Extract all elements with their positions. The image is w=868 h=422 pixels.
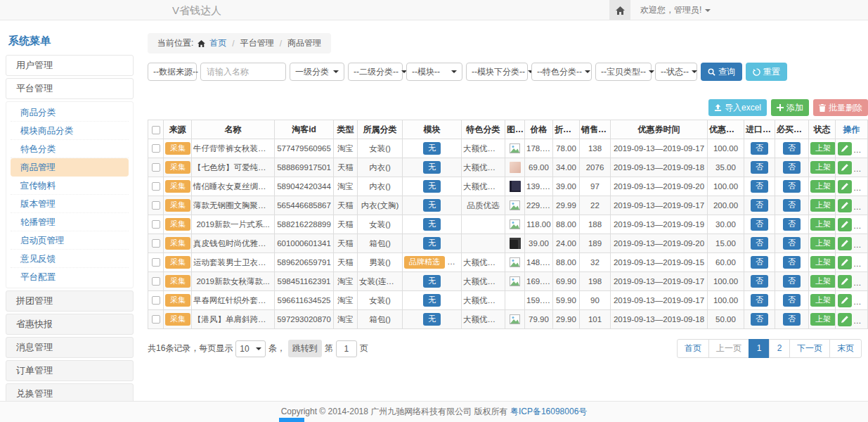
sidebar-group[interactable]: 订单管理 <box>6 360 134 381</box>
row-checkbox[interactable] <box>152 296 160 305</box>
must-buy-toggle[interactable]: 否 <box>783 161 801 173</box>
sidebar-subitem[interactable]: 意见反馈 <box>11 250 129 268</box>
page-button[interactable]: 首页 <box>677 339 709 358</box>
status-badge[interactable]: 上架 <box>810 180 836 192</box>
page-button[interactable]: 末页 <box>829 339 862 358</box>
filter-select[interactable]: --模块-- <box>406 63 462 81</box>
imported-toggle[interactable]: 否 <box>751 313 768 325</box>
edit-button[interactable] <box>838 199 852 212</box>
user-menu[interactable]: 欢迎您，管理员! <box>630 0 711 20</box>
sidebar-subitem[interactable]: 特色分类 <box>11 140 129 158</box>
status-badge[interactable]: 上架 <box>810 294 836 306</box>
edit-button[interactable] <box>838 142 852 155</box>
row-checkbox[interactable] <box>152 315 160 324</box>
row-checkbox[interactable] <box>152 220 160 229</box>
imported-toggle[interactable]: 否 <box>751 294 768 306</box>
row-checkbox[interactable] <box>152 201 160 210</box>
filter-select[interactable]: --宝贝类型-- <box>595 63 652 81</box>
icp-link[interactable]: 粤ICP备16098006号 <box>510 406 587 418</box>
imported-toggle[interactable]: 否 <box>751 275 768 287</box>
filter-select[interactable]: --数据来源-- <box>148 63 197 81</box>
must-buy-toggle[interactable]: 否 <box>783 256 801 268</box>
edit-button[interactable] <box>838 275 852 288</box>
must-buy-toggle[interactable]: 否 <box>783 294 801 306</box>
sales-count: 198 <box>580 272 611 291</box>
imported-toggle[interactable]: 否 <box>751 256 768 268</box>
sidebar-subitem[interactable]: 启动页管理 <box>11 231 129 250</box>
sidebar-subitem[interactable]: 商品管理 <box>11 158 129 177</box>
imported-toggle[interactable]: 否 <box>751 161 768 173</box>
must-buy-toggle[interactable]: 否 <box>783 199 801 211</box>
edit-button[interactable] <box>838 256 852 269</box>
sidebar-group[interactable]: 平台管理 <box>6 78 134 99</box>
status-badge[interactable]: 上架 <box>810 237 836 249</box>
filter-select[interactable]: --二级分类-- <box>348 63 403 81</box>
page-button[interactable]: 上一页 <box>708 339 749 358</box>
sidebar-group[interactable]: 用户管理 <box>6 55 134 76</box>
sidebar-group[interactable]: 拼团管理 <box>6 290 134 312</box>
filter-select[interactable]: 一级分类 <box>290 63 344 81</box>
chevron-down-icon <box>705 9 711 12</box>
import-excel-button[interactable]: 导入excel <box>708 99 767 116</box>
imported-toggle[interactable]: 否 <box>751 142 768 154</box>
filter-select[interactable]: --特色分类-- <box>531 63 592 81</box>
name-search-input[interactable] <box>200 63 286 81</box>
page-button[interactable]: 2 <box>769 339 790 358</box>
sidebar-subitem[interactable]: 宣传物料 <box>11 177 129 195</box>
add-button[interactable]: 添加 <box>771 99 809 116</box>
select-all-checkbox[interactable] <box>152 126 160 134</box>
status-badge[interactable]: 上架 <box>810 218 836 230</box>
per-page-select[interactable]: 10 <box>235 340 265 357</box>
must-buy-toggle[interactable]: 否 <box>783 275 801 287</box>
edit-button[interactable] <box>838 161 852 174</box>
status-badge[interactable]: 上架 <box>810 142 836 154</box>
sidebar-subitem[interactable]: 版本管理 <box>11 195 129 213</box>
edit-button[interactable] <box>838 294 852 307</box>
imported-toggle[interactable]: 否 <box>751 180 768 192</box>
row-checkbox[interactable] <box>152 182 160 191</box>
row-checkbox[interactable] <box>152 239 160 248</box>
status-badge[interactable]: 上架 <box>810 313 836 325</box>
row-checkbox[interactable] <box>152 144 160 153</box>
filter-select[interactable]: --状态-- <box>655 63 697 81</box>
breadcrumb-item: 商品管理 <box>287 37 321 49</box>
jump-button[interactable]: 跳转到 <box>288 340 322 357</box>
batch-delete-button[interactable]: 批量删除 <box>813 99 868 116</box>
status-badge[interactable]: 上架 <box>810 199 836 211</box>
breadcrumb-home-link[interactable]: 首页 <box>209 37 226 49</box>
sidebar-subitem[interactable]: 商品分类 <box>11 103 129 122</box>
status-badge[interactable]: 上架 <box>810 256 836 268</box>
page-button[interactable]: 1 <box>749 339 770 358</box>
edit-button[interactable] <box>838 180 852 193</box>
edit-button[interactable] <box>838 218 852 231</box>
sidebar-group[interactable]: 消息管理 <box>6 337 134 358</box>
edit-button[interactable] <box>838 237 852 250</box>
sidebar-subitem[interactable]: 轮播管理 <box>11 213 129 231</box>
sidebar-subitem[interactable]: 平台配置 <box>11 268 129 286</box>
imported-toggle[interactable]: 否 <box>751 218 768 230</box>
status-badge[interactable]: 上架 <box>810 275 836 287</box>
taoke-id: 589042420344 <box>275 177 334 196</box>
search-button[interactable]: 查询 <box>701 63 742 81</box>
must-buy-toggle[interactable]: 否 <box>783 180 801 192</box>
imported-toggle[interactable]: 否 <box>751 199 768 211</box>
sidebar-subitem[interactable]: 模块商品分类 <box>11 122 129 140</box>
must-buy-toggle[interactable]: 否 <box>783 313 801 325</box>
must-buy-toggle[interactable]: 否 <box>783 237 801 249</box>
filter-select[interactable]: --模块下分类-- <box>466 63 528 81</box>
must-buy-toggle[interactable]: 否 <box>783 218 801 230</box>
feature-category: 大额优惠券 <box>462 158 505 177</box>
row-checkbox[interactable] <box>152 258 160 267</box>
imported-toggle[interactable]: 否 <box>751 237 768 249</box>
coupon-time: 2019-09-13—2019-09-19 <box>611 215 708 234</box>
status-badge[interactable]: 上架 <box>810 161 836 173</box>
home-button[interactable] <box>609 0 630 20</box>
row-checkbox[interactable] <box>152 163 160 172</box>
must-buy-toggle[interactable]: 否 <box>783 142 801 154</box>
jump-page-input[interactable] <box>336 340 357 357</box>
page-button[interactable]: 下一页 <box>789 339 830 358</box>
edit-button[interactable] <box>838 313 852 326</box>
sidebar-group[interactable]: 省惠快报 <box>6 314 134 335</box>
row-checkbox[interactable] <box>152 277 160 286</box>
reset-button[interactable]: 重置 <box>746 63 787 81</box>
